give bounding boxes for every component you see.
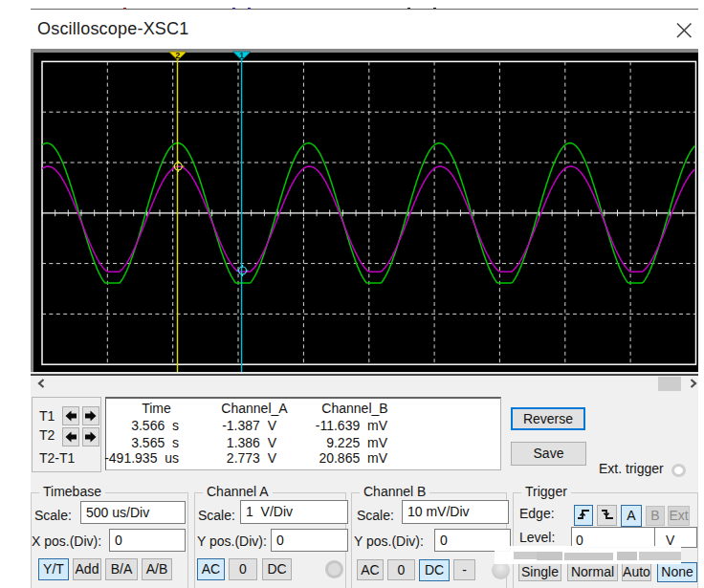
- svg-text:2: 2: [175, 51, 180, 60]
- svg-text:1: 1: [239, 51, 244, 60]
